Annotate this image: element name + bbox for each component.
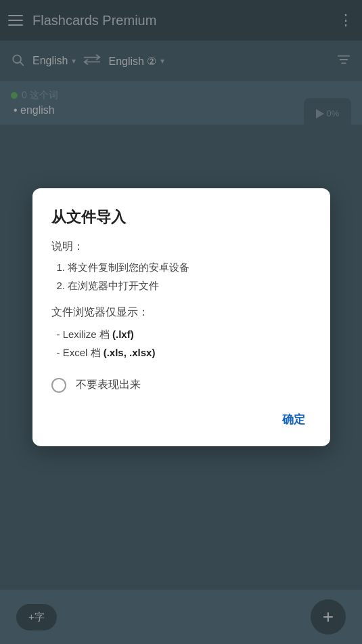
file-type-xlsx: - Excel 档 (.xls, .xlsx) bbox=[57, 343, 311, 361]
confirm-button[interactable]: 确定 bbox=[277, 408, 311, 429]
file-ext-lxf: (.lxf) bbox=[112, 328, 134, 339]
dialog-title: 从文件导入 bbox=[51, 207, 311, 227]
file-ext-xlsx: (.xls, .xlsx) bbox=[104, 346, 156, 358]
dont-show-checkbox[interactable] bbox=[51, 377, 66, 392]
instructions-list: 1. 将文件复制到您的安卓设备 2. 在浏览器中打开文件 bbox=[51, 257, 311, 294]
dialog-actions: 确定 bbox=[51, 408, 311, 429]
instructions-label: 说明： bbox=[51, 239, 311, 253]
import-dialog: 从文件导入 说明： 1. 将文件复制到您的安卓设备 2. 在浏览器中打开文件 文… bbox=[32, 188, 330, 446]
file-type-lxf: - Lexilize 档 (.lxf) bbox=[57, 324, 311, 343]
instruction-item-2: 2. 在浏览器中打开文件 bbox=[57, 276, 311, 294]
file-browser-label: 文件浏览器仅显示： bbox=[51, 305, 311, 319]
instruction-item-1: 1. 将文件复制到您的安卓设备 bbox=[57, 257, 311, 276]
checkbox-label: 不要表现出来 bbox=[76, 378, 141, 392]
checkbox-row: 不要表现出来 bbox=[51, 377, 311, 392]
file-types-list: - Lexilize 档 (.lxf) - Excel 档 (.xls, .xl… bbox=[51, 324, 311, 361]
